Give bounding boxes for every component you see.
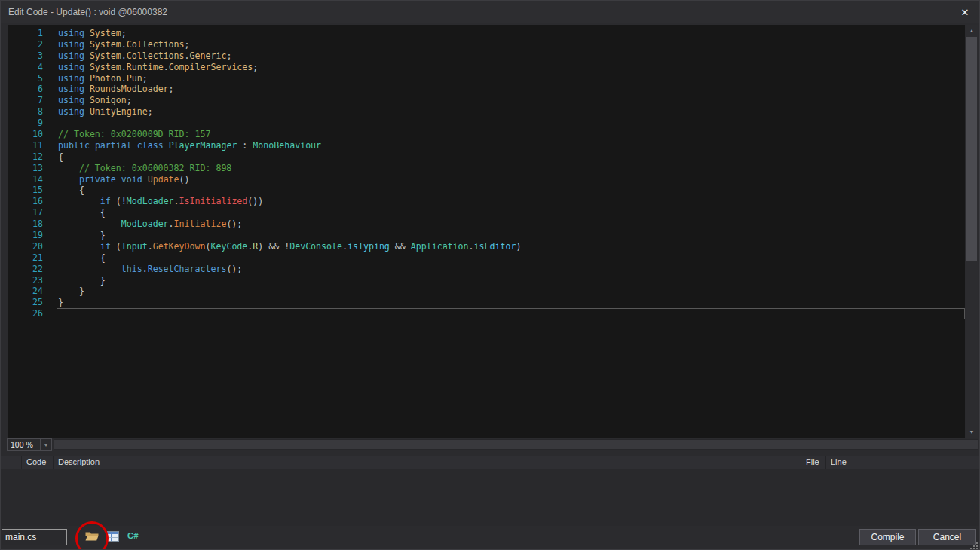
code-line[interactable]: 25} — [8, 297, 965, 308]
code-text: // Token: 0x06000382 RID: 898 — [57, 163, 965, 174]
line-number: 26 — [8, 308, 43, 319]
code-line[interactable]: 24 } — [8, 286, 965, 297]
line-number: 4 — [8, 62, 43, 73]
code-text: private void Update() — [57, 174, 965, 185]
error-list-header: Code Description File Line — [1, 456, 979, 469]
code-line[interactable]: 8using UnityEngine; — [8, 106, 965, 118]
zoom-dropdown-button[interactable]: ▼ — [41, 438, 52, 451]
line-number: 12 — [8, 151, 43, 163]
code-line[interactable]: 7using Sonigon; — [8, 95, 965, 106]
scroll-up-button[interactable]: ▲ — [966, 25, 978, 36]
line-number: 13 — [8, 163, 43, 174]
resize-grip[interactable] — [970, 540, 978, 548]
column-header-code[interactable]: Code — [22, 456, 54, 469]
code-line[interactable]: 12{ — [8, 151, 965, 163]
code-text: using Sonigon; — [57, 95, 965, 106]
line-number: 2 — [8, 39, 43, 50]
line-number: 19 — [8, 230, 43, 241]
line-number: 1 — [8, 28, 43, 39]
code-text: this.ResetCharacters(); — [57, 264, 965, 275]
code-line[interactable]: 22 this.ResetCharacters(); — [8, 264, 965, 275]
code-text: // Token: 0x0200009D RID: 157 — [57, 129, 965, 140]
close-button[interactable]: ✕ — [951, 1, 979, 23]
code-line[interactable]: 14 private void Update() — [8, 174, 965, 185]
code-editor[interactable]: 1using System;2using System.Collections;… — [8, 25, 965, 438]
line-number: 7 — [8, 95, 43, 106]
code-text — [57, 308, 965, 319]
line-number: 6 — [8, 84, 43, 95]
code-line[interactable]: 16 if (!ModLoader.IsInitialized()) — [8, 196, 965, 207]
horizontal-scrollbar-thumb[interactable] — [54, 440, 978, 449]
compile-button[interactable]: Compile — [859, 529, 916, 545]
line-number: 14 — [8, 174, 43, 185]
line-number: 24 — [8, 286, 43, 297]
grid-icon — [107, 531, 119, 545]
code-line[interactable]: 2using System.Collections; — [8, 39, 965, 50]
highlight-circle-annotation — [75, 521, 109, 550]
code-text: using System.Collections; — [57, 39, 965, 50]
code-text: using System; — [57, 28, 965, 39]
zoom-level-value: 100 % — [11, 440, 33, 449]
line-number: 3 — [8, 50, 43, 62]
code-line[interactable]: 19 } — [8, 230, 965, 241]
line-number: 11 — [8, 140, 43, 151]
code-text: } — [57, 286, 965, 297]
edit-code-dialog: Edit Code - Update() : void @06000382 ✕ … — [0, 0, 980, 550]
column-header-filler — [853, 456, 979, 469]
line-number: 25 — [8, 297, 43, 308]
code-line[interactable]: 15 { — [8, 185, 965, 196]
column-header-line[interactable]: Line — [826, 456, 853, 469]
filename-input[interactable] — [2, 529, 67, 545]
code-text: } — [57, 297, 965, 308]
code-line[interactable]: 9 — [8, 118, 965, 129]
code-line[interactable]: 13 // Token: 0x06000382 RID: 898 — [8, 163, 965, 174]
chevron-down-icon: ▼ — [969, 429, 975, 435]
code-line[interactable]: 1using System; — [8, 28, 965, 39]
code-line[interactable]: 21 { — [8, 252, 965, 264]
code-text: if (!ModLoader.IsInitialized()) — [57, 196, 965, 207]
line-number: 20 — [8, 241, 43, 252]
column-header-file[interactable]: File — [801, 456, 826, 469]
error-list[interactable] — [1, 469, 979, 526]
code-line[interactable]: 18 ModLoader.Initialize(); — [8, 218, 965, 230]
line-number: 18 — [8, 218, 43, 230]
line-number: 16 — [8, 196, 43, 207]
code-line[interactable]: 26 — [8, 308, 965, 319]
vertical-scrollbar-thumb[interactable] — [966, 37, 977, 261]
title-bar: Edit Code - Update() : void @06000382 ✕ — [1, 1, 979, 23]
code-text: { — [57, 252, 965, 264]
line-number: 5 — [8, 73, 43, 84]
code-text: using Photon.Pun; — [57, 73, 965, 84]
code-text: { — [57, 151, 965, 163]
code-line[interactable]: 6using RoundsModLoader; — [8, 84, 965, 95]
code-text: { — [57, 185, 965, 196]
line-number: 22 — [8, 264, 43, 275]
chevron-up-icon: ▲ — [969, 28, 975, 33]
code-line[interactable]: 5using Photon.Pun; — [8, 73, 965, 84]
code-line[interactable]: 23 } — [8, 275, 965, 286]
code-text: using UnityEngine; — [57, 106, 965, 118]
column-header-severity[interactable] — [1, 456, 22, 469]
code-area: 1using System;2using System.Collections;… — [8, 28, 965, 319]
code-line[interactable]: 10// Token: 0x0200009D RID: 157 — [8, 129, 965, 140]
line-number: 17 — [8, 207, 43, 218]
code-text: public partial class PlayerManager : Mon… — [57, 140, 965, 151]
code-text: using System.Runtime.CompilerServices; — [57, 62, 965, 73]
vertical-scrollbar[interactable]: ▲ ▼ — [966, 25, 978, 438]
code-line[interactable]: 20 if (Input.GetKeyDown(KeyCode.R) && !D… — [8, 241, 965, 252]
code-line[interactable]: 17 { — [8, 207, 965, 218]
scroll-down-button[interactable]: ▼ — [966, 426, 978, 438]
code-line[interactable]: 4using System.Runtime.CompilerServices; — [8, 62, 965, 73]
code-text: using System.Collections.Generic; — [57, 50, 965, 62]
line-number: 21 — [8, 252, 43, 264]
line-number: 8 — [8, 106, 43, 118]
cancel-button[interactable]: Cancel — [918, 529, 976, 545]
column-header-description[interactable]: Description — [54, 456, 801, 469]
close-icon: ✕ — [961, 7, 969, 18]
code-line[interactable]: 11public partial class PlayerManager : M… — [8, 140, 965, 151]
csharp-language-label: C# — [127, 531, 139, 540]
zoom-level-select[interactable]: 100 % — [7, 438, 41, 451]
code-line[interactable]: 3using System.Collections.Generic; — [8, 50, 965, 62]
chevron-down-icon: ▼ — [44, 442, 48, 448]
horizontal-scrollbar[interactable] — [54, 439, 978, 450]
